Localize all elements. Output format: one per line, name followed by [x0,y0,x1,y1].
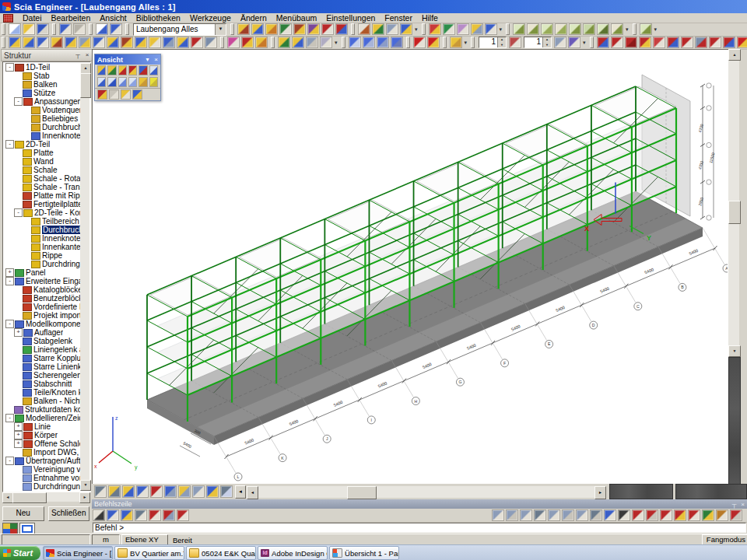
project-tools-icon[interactable] [265,23,278,35]
zoom-tool-icon[interactable] [97,77,106,87]
project-tools-icon[interactable] [237,23,250,35]
section-tools-icon[interactable] [121,37,133,48]
stepper-arrows[interactable]: ▲▼ [542,37,551,47]
drawing-snap-tools-icon[interactable] [506,509,518,521]
pin-icon[interactable]: ┬ [73,51,82,60]
project-tools-icon[interactable] [251,23,264,35]
status-plane-button[interactable]: Ebene XY [121,534,168,545]
snap-mode-tools-icon[interactable] [93,509,105,521]
section-tools-icon[interactable] [163,37,175,48]
import-tools-icon[interactable] [320,37,332,48]
import-tools-icon[interactable] [278,37,290,48]
tree-item-starre-kopplunge[interactable]: Starre Kopplunge [4,354,80,362]
scrollbar-thumb[interactable] [12,492,47,503]
tree-item-starre-linienkopp[interactable]: Starre Linienkopp [4,362,80,371]
mdi-document-icon[interactable] [3,14,13,23]
clipboard-tools-icon[interactable] [363,37,375,48]
snap-mode-tools-icon[interactable] [177,509,189,521]
selection-tools-icon[interactable] [471,23,483,35]
selection-tools-icon[interactable] [485,23,497,35]
project-tools-icon[interactable] [335,23,348,35]
file-tools-icon[interactable] [9,23,21,35]
tree-item-durchbruch[interactable]: Durchbruch [4,123,80,131]
tree-expander-icon[interactable]: - [14,208,23,217]
tree-item-modellkomponenter[interactable]: -Modellkomponenter [4,320,80,328]
section-tools-icon[interactable] [23,37,35,48]
tree-expander-icon[interactable]: - [5,140,14,149]
snap-mode-tools-icon[interactable] [107,509,119,521]
delete-tools-icon[interactable] [413,37,426,48]
render-tool-icon[interactable] [121,89,131,100]
import-tools-icon[interactable] [292,37,304,48]
drawing-snap-tools-icon[interactable] [590,509,602,521]
window-help-tools-icon[interactable] [96,23,108,35]
tree-item-benutzerblöcke[interactable]: Benutzerblöcke [4,294,80,303]
menu-item-datei[interactable]: Datei [18,13,47,23]
project-combo[interactable]: Laubengang Alles▼ [133,23,226,36]
node-tools-icon[interactable] [227,37,240,48]
file-tools-icon[interactable] [23,23,35,35]
taskbar-item-folder[interactable]: 05024 E&K Quarti... [186,546,256,560]
tree-vertical-scrollbar[interactable]: ▲ ▼ [80,63,89,491]
scroll-up-icon[interactable]: ▲ [80,63,91,74]
scrollbar-thumb[interactable] [80,73,91,98]
tree-item-stabgelenk[interactable]: Stabgelenk [4,337,80,345]
tree-expander-icon[interactable]: - [5,63,14,72]
viewport-tools-icon[interactable] [122,485,135,498]
layer-tool-icon[interactable] [640,23,652,35]
menu-item-hilfe[interactable]: Hilfe [417,13,443,23]
load-case-tools-icon[interactable] [667,37,679,48]
viewport-tools-icon[interactable] [94,485,107,498]
tree-item-modellieren-zeichne[interactable]: -Modellieren/Zeichne [4,414,80,422]
viewport-tools-icon[interactable] [164,485,177,498]
taskbar-item-folder[interactable]: BV Quartier am.Tu... [114,546,184,560]
node-tools-icon[interactable] [255,37,268,48]
taskbar-item-paint[interactable]: Übersicht 1 - Paint [329,546,399,560]
zoom-tool-icon[interactable] [118,77,127,87]
menu-item-ndern[interactable]: Ändern [236,13,272,23]
tree-item-stab[interactable]: Stab [4,72,80,80]
scrollbar-thumb[interactable] [347,486,377,499]
tree-item-durchdringung-vo[interactable]: Durchdringung vo [4,482,80,491]
tree-item-platte-mit-rippen[interactable]: Platte mit Rippen [4,191,80,200]
drawing-snap-tools-icon[interactable] [618,509,630,521]
section-tools-icon[interactable] [65,37,77,48]
render-tool-icon[interactable] [132,89,142,100]
load-case-tools-icon[interactable] [681,37,693,48]
view-tool-icon[interactable] [149,65,158,75]
menu-item-bibliotheken[interactable]: Bibliotheken [132,13,185,23]
snap-mode-tools-icon[interactable] [121,509,133,521]
tree-expander-icon[interactable]: - [5,320,14,328]
tree-item-stütze[interactable]: Stütze [4,89,80,97]
node-tools-icon[interactable] [241,37,254,48]
section-tools-icon[interactable] [79,37,91,48]
drawing-snap-tools-icon[interactable] [562,509,574,521]
zoom-tool-icon[interactable] [139,77,147,87]
tree-item-scherengelenk[interactable]: Scherengelenk [4,371,80,380]
project-tools-icon[interactable] [307,23,320,35]
load-case-tools-icon[interactable] [611,37,623,48]
drawing-snap-tools-icon[interactable] [730,509,742,521]
view-tool-icon[interactable] [118,65,127,75]
folder-tool-icon[interactable] [450,37,462,48]
drawing-snap-tools-icon[interactable] [660,509,672,521]
new-button[interactable]: Neu [2,506,44,521]
section-tools-icon[interactable] [149,37,161,48]
clipboard-tools-icon[interactable] [349,37,361,48]
taskbar-item-indesign[interactable]: IdAdobe InDesign C... [258,546,328,560]
tree-expander-icon[interactable]: + [14,431,23,439]
tree-item-liniengelenk-auf[interactable]: Liniengelenk auf [4,345,80,354]
tree-expander-icon[interactable]: - [5,414,14,422]
tree-item-vordefinierte-for[interactable]: Vordefinierte For [4,303,80,311]
load-case-tools-icon[interactable] [723,37,735,48]
viewport-tools-icon[interactable] [136,485,149,498]
drawing-snap-tools-icon[interactable] [520,509,532,521]
close-icon[interactable]: × [82,51,92,60]
tree-item-schale-translat[interactable]: Schale - Translat [4,183,80,191]
tree-item-wand[interactable]: Wand [4,157,80,166]
menu-item-einstellungen[interactable]: Einstellungen [321,13,380,23]
scale-steppers-icon[interactable] [509,37,521,48]
tree-item-schale-rotation[interactable]: Schale - Rotation [4,174,80,183]
tree-item-vereinigung-von[interactable]: Vereinigung von [4,465,80,474]
render-tool-icon[interactable] [109,89,119,100]
